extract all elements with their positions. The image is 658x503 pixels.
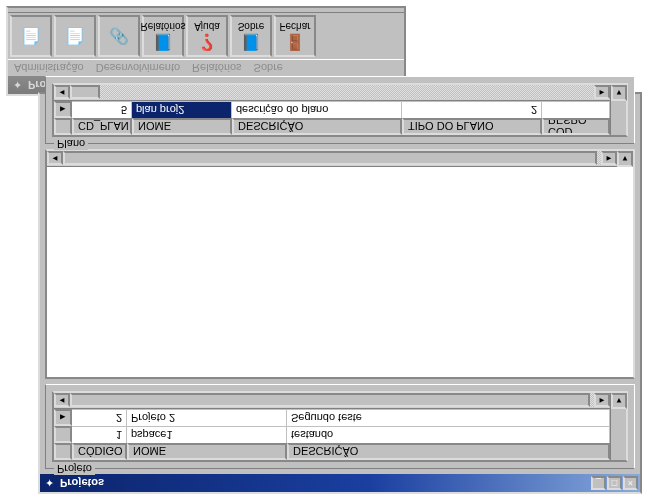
tool-doc1[interactable]: 📄 (10, 15, 52, 57)
scroll-track[interactable] (70, 86, 594, 100)
scroll-track[interactable] (70, 394, 594, 408)
plano-vscroll: ▼ (610, 85, 626, 135)
plano-grid: CD_PLAN NOME DESCRIÇÃO TIPO DO PLANO COD… (52, 83, 628, 137)
projeto-cell-codigo[interactable]: 1 (72, 426, 127, 443)
connect-icon: 🔗 (109, 28, 129, 44)
projeto-corner-cell[interactable] (54, 443, 72, 460)
plano-hscroll: ◄ ► (54, 85, 610, 101)
row-indicator[interactable] (54, 426, 72, 443)
tool-sobre-label: Sobre (238, 22, 265, 33)
tool-fechar[interactable]: 🚪 Fechar (274, 15, 316, 57)
scroll-thumb[interactable] (70, 86, 100, 100)
plano-corner-cell[interactable] (54, 118, 72, 135)
projeto-col-descricao[interactable]: DESCRIÇÃO (287, 443, 610, 460)
plano-col-codrespo[interactable]: COD RESPO (542, 118, 610, 135)
row-indicator[interactable]: ▸ (54, 101, 72, 118)
projeto-grid: CÓDIGO NOME DESCRIÇÃO 1 pspace1 testando… (52, 391, 628, 462)
scroll-down-button[interactable]: ▼ (611, 393, 627, 409)
projeto-col-nome[interactable]: NOME (127, 443, 287, 460)
tool-relatorios[interactable]: 📘 Relatórios (142, 15, 184, 57)
plano-col-nome[interactable]: NOME (132, 118, 232, 135)
projetos-titlebar: ✦ Projetos _ □ × (40, 474, 640, 492)
scroll-right-button[interactable]: ► (601, 152, 617, 166)
tool-relatorios-label: Relatórios (140, 22, 185, 33)
plano-frame-label: Plano (54, 138, 88, 150)
report-icon: 📘 (153, 35, 173, 51)
projetos-icon: ✦ (42, 477, 56, 490)
row-indicator[interactable]: ▸ (54, 409, 72, 426)
plano-col-cdplan[interactable]: CD_PLAN (72, 118, 132, 135)
tool-doc2[interactable]: 📄 (54, 15, 96, 57)
menu-administracao[interactable]: Administração (14, 62, 84, 74)
toolbar: 📄 📄 🔗 📘 Relatórios ❓ Ajuda 📘 Sobre 🚪 Fec… (8, 12, 404, 60)
tool-connect[interactable]: 🔗 (98, 15, 140, 57)
plano-cell-desc[interactable]: descrição do plano (232, 101, 402, 118)
table-row[interactable]: 1 pspace1 testando (54, 426, 610, 443)
tool-ajuda-label: Ajuda (194, 22, 220, 33)
projeto-cell-nome[interactable]: pspace1 (127, 426, 287, 443)
menu-desenvolvimento[interactable]: Desenvolvimento (96, 62, 180, 74)
table-row[interactable]: ▸ 2 Projeto 2 Segundo teste (54, 409, 610, 426)
scroll-right-button[interactable]: ► (594, 86, 610, 100)
scroll-down-button[interactable]: ▼ (617, 151, 633, 167)
plano-col-descricao[interactable]: DESCRIÇÃO (232, 118, 402, 135)
plano-header-row: CD_PLAN NOME DESCRIÇÃO TIPO DO PLANO COD… (54, 118, 610, 135)
tool-fechar-label: Fechar (279, 22, 310, 33)
projeto-vscroll: ▼ (610, 393, 626, 460)
projetos-window-buttons: _ □ × (590, 476, 638, 490)
scroll-left-button[interactable]: ◄ (47, 152, 63, 166)
scroll-down-button[interactable]: ▼ (611, 85, 627, 101)
tool-ajuda[interactable]: ❓ Ajuda (186, 15, 228, 57)
help-icon: ❓ (197, 35, 217, 51)
plano-cell-tipo[interactable]: 2 (402, 101, 542, 118)
projeto-hscroll: ◄ ► (54, 393, 610, 409)
plano-cell-cd[interactable]: 5 (72, 101, 132, 118)
projeto-cell-codigo[interactable]: 2 (72, 409, 127, 426)
app-icon: ✦ (10, 79, 24, 92)
tool-sobre[interactable]: 📘 Sobre (230, 15, 272, 57)
scroll-track[interactable] (63, 152, 601, 166)
menubar: Administração Desenvolvimento Relatórios… (8, 60, 404, 76)
document-icon: 📄 (21, 28, 41, 44)
scroll-left-button[interactable]: ◄ (54, 394, 70, 408)
projeto-cell-desc[interactable]: testando (287, 426, 610, 443)
scroll-left-button[interactable]: ◄ (54, 86, 70, 100)
menu-relatorios[interactable]: Relatórios (192, 62, 242, 74)
projeto-cell-desc[interactable]: Segundo teste (287, 409, 610, 426)
exit-icon: 🚪 (285, 35, 305, 51)
plano-frame: Plano CD_PLAN NOME DESCRIÇÃO TIPO DO PLA… (45, 76, 635, 144)
projetos-minimize-button[interactable]: _ (591, 476, 606, 490)
plano-col-tipo[interactable]: TIPO DO PLANO (402, 118, 542, 135)
menu-sobre[interactable]: Sobre (254, 62, 283, 74)
plano-cell-cod[interactable] (542, 101, 610, 118)
document-icon: 📄 (65, 28, 85, 44)
scroll-thumb[interactable] (70, 394, 590, 408)
projeto-cell-nome[interactable]: Projeto 2 (127, 409, 287, 426)
about-icon: 📘 (241, 35, 261, 51)
projetos-close-button[interactable]: × (623, 476, 638, 490)
projetos-window: ✦ Projetos _ □ × Projeto CÓDIGO NOME DES… (38, 92, 642, 494)
projeto-header-row: CÓDIGO NOME DESCRIÇÃO (54, 443, 610, 460)
projetos-title: Projetos (56, 477, 590, 489)
plano-cell-nome[interactable]: plan proj2 (132, 101, 232, 118)
projeto-frame-label: Projeto (54, 463, 95, 475)
scroll-thumb[interactable] (63, 152, 597, 166)
detail-hscroll: ◄ ► (47, 151, 617, 167)
table-row[interactable]: ▸ 5 plan proj2 descrição do plano 2 (54, 101, 610, 118)
scroll-right-button[interactable]: ► (594, 394, 610, 408)
projetos-maximize-button[interactable]: □ (607, 476, 622, 490)
projeto-frame: Projeto CÓDIGO NOME DESCRIÇÃO 1 (45, 384, 635, 469)
projeto-col-codigo[interactable]: CÓDIGO (72, 443, 127, 460)
detail-panel: ▼ ◄ ► (45, 149, 635, 379)
